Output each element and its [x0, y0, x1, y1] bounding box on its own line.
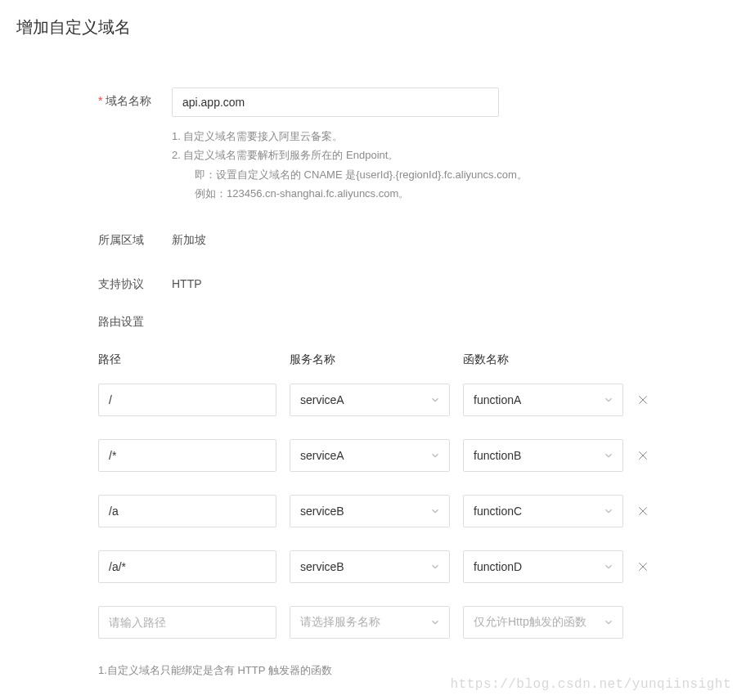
region-label: 所属区域 — [98, 227, 172, 248]
route-function-select[interactable]: functionD — [463, 550, 623, 583]
route-header-service: 服务名称 — [290, 352, 450, 367]
delete-route-button[interactable] — [633, 501, 653, 521]
route-section-label: 路由设置 — [98, 315, 730, 330]
page-title: 增加自定义域名 — [16, 16, 730, 38]
chevron-down-icon — [603, 561, 614, 572]
route-path-input[interactable] — [98, 495, 276, 527]
chevron-down-icon — [603, 450, 614, 461]
close-icon — [636, 560, 649, 573]
chevron-down-icon — [429, 394, 441, 406]
domain-label: *域名名称 — [98, 88, 172, 109]
route-function-select[interactable]: functionB — [463, 439, 623, 472]
route-service-select[interactable]: serviceA — [290, 384, 450, 416]
route-function-select[interactable]: functionC — [463, 495, 623, 527]
chevron-down-icon — [429, 450, 441, 461]
domain-hints: 1. 自定义域名需要接入阿里云备案。 2. 自定义域名需要解析到服务所在的 En… — [172, 127, 730, 204]
route-placeholder-row: 请选择服务名称 仅允许Http触发的函数 — [98, 606, 654, 639]
chevron-down-icon — [429, 617, 441, 628]
region-value: 新加坡 — [172, 227, 730, 248]
route-header-function: 函数名称 — [463, 352, 623, 367]
delete-route-button[interactable] — [633, 390, 653, 410]
route-row: serviceAfunctionA — [98, 384, 654, 416]
route-service-select[interactable]: serviceA — [290, 439, 450, 472]
chevron-down-icon — [429, 561, 441, 572]
route-function-select[interactable]: functionA — [463, 384, 623, 416]
route-service-select[interactable]: 请选择服务名称 — [290, 606, 450, 639]
route-service-select[interactable]: serviceB — [290, 495, 450, 527]
close-icon — [636, 449, 649, 462]
route-path-input[interactable] — [98, 550, 276, 583]
route-header-path: 路径 — [98, 352, 276, 367]
protocol-label: 支持协议 — [98, 271, 172, 292]
chevron-down-icon — [603, 505, 614, 517]
close-icon — [636, 505, 649, 518]
footer-note: 1.自定义域名只能绑定是含有 HTTP 触发器的函数 — [98, 663, 730, 678]
domain-input[interactable] — [172, 88, 499, 117]
chevron-down-icon — [603, 617, 614, 628]
route-path-input[interactable] — [98, 606, 276, 639]
route-path-input[interactable] — [98, 439, 276, 472]
route-path-input[interactable] — [98, 384, 276, 416]
route-service-select[interactable]: serviceB — [290, 550, 450, 583]
watermark: https://blog.csdn.net/yunqiinsight — [451, 677, 731, 692]
close-icon — [636, 393, 649, 406]
delete-route-button[interactable] — [633, 557, 653, 577]
protocol-value: HTTP — [172, 271, 730, 290]
chevron-down-icon — [603, 394, 614, 406]
route-function-select[interactable]: 仅允许Http触发的函数 — [463, 606, 623, 639]
route-row: serviceAfunctionB — [98, 439, 654, 472]
chevron-down-icon — [429, 505, 441, 517]
route-row: serviceBfunctionC — [98, 495, 654, 527]
delete-route-button[interactable] — [633, 446, 653, 465]
route-row: serviceBfunctionD — [98, 550, 654, 583]
required-mark: * — [98, 94, 102, 107]
